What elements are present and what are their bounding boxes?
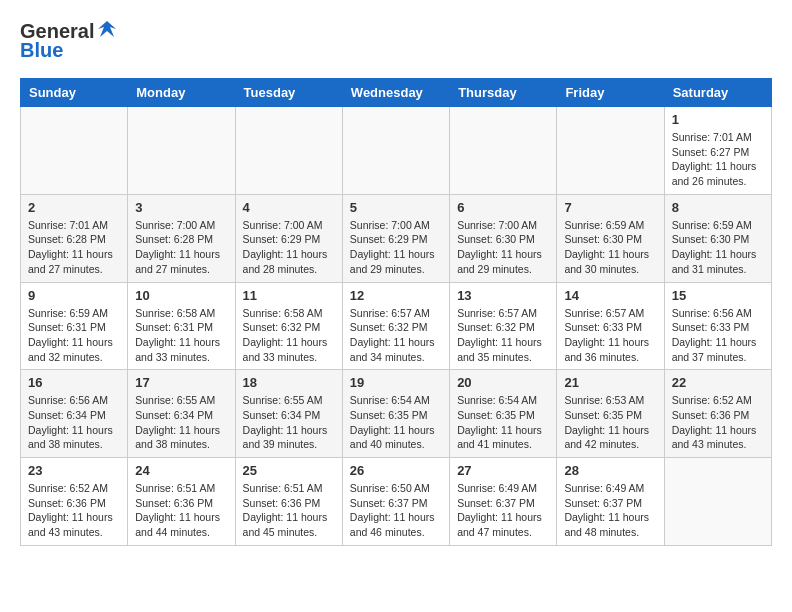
calendar-header-row: SundayMondayTuesdayWednesdayThursdayFrid… <box>21 79 772 107</box>
calendar-day-cell: 5Sunrise: 7:00 AM Sunset: 6:29 PM Daylig… <box>342 194 449 282</box>
calendar-day-cell: 12Sunrise: 6:57 AM Sunset: 6:32 PM Dayli… <box>342 282 449 370</box>
day-info: Sunrise: 7:01 AM Sunset: 6:28 PM Dayligh… <box>28 218 120 277</box>
day-info: Sunrise: 6:57 AM Sunset: 6:33 PM Dayligh… <box>564 306 656 365</box>
day-number: 11 <box>243 288 335 303</box>
day-number: 27 <box>457 463 549 478</box>
day-number: 28 <box>564 463 656 478</box>
calendar-day-cell: 28Sunrise: 6:49 AM Sunset: 6:37 PM Dayli… <box>557 458 664 546</box>
logo-blue-text: Blue <box>20 39 63 62</box>
calendar-day-cell: 13Sunrise: 6:57 AM Sunset: 6:32 PM Dayli… <box>450 282 557 370</box>
day-number: 5 <box>350 200 442 215</box>
day-number: 14 <box>564 288 656 303</box>
calendar-day-cell: 24Sunrise: 6:51 AM Sunset: 6:36 PM Dayli… <box>128 458 235 546</box>
col-header-wednesday: Wednesday <box>342 79 449 107</box>
calendar-day-cell: 3Sunrise: 7:00 AM Sunset: 6:28 PM Daylig… <box>128 194 235 282</box>
calendar-day-cell: 22Sunrise: 6:52 AM Sunset: 6:36 PM Dayli… <box>664 370 771 458</box>
day-number: 6 <box>457 200 549 215</box>
svg-marker-0 <box>98 21 116 37</box>
calendar-day-cell <box>664 458 771 546</box>
page-header: General Blue <box>20 20 772 62</box>
calendar-day-cell: 15Sunrise: 6:56 AM Sunset: 6:33 PM Dayli… <box>664 282 771 370</box>
col-header-friday: Friday <box>557 79 664 107</box>
calendar-week-row: 2Sunrise: 7:01 AM Sunset: 6:28 PM Daylig… <box>21 194 772 282</box>
day-number: 23 <box>28 463 120 478</box>
day-info: Sunrise: 7:01 AM Sunset: 6:27 PM Dayligh… <box>672 130 764 189</box>
calendar-day-cell: 23Sunrise: 6:52 AM Sunset: 6:36 PM Dayli… <box>21 458 128 546</box>
col-header-sunday: Sunday <box>21 79 128 107</box>
calendar-day-cell: 26Sunrise: 6:50 AM Sunset: 6:37 PM Dayli… <box>342 458 449 546</box>
day-info: Sunrise: 6:55 AM Sunset: 6:34 PM Dayligh… <box>243 393 335 452</box>
calendar-day-cell: 14Sunrise: 6:57 AM Sunset: 6:33 PM Dayli… <box>557 282 664 370</box>
day-info: Sunrise: 6:58 AM Sunset: 6:32 PM Dayligh… <box>243 306 335 365</box>
day-info: Sunrise: 6:53 AM Sunset: 6:35 PM Dayligh… <box>564 393 656 452</box>
calendar-day-cell: 9Sunrise: 6:59 AM Sunset: 6:31 PM Daylig… <box>21 282 128 370</box>
day-info: Sunrise: 6:59 AM Sunset: 6:30 PM Dayligh… <box>672 218 764 277</box>
calendar-table: SundayMondayTuesdayWednesdayThursdayFrid… <box>20 78 772 546</box>
calendar-day-cell: 20Sunrise: 6:54 AM Sunset: 6:35 PM Dayli… <box>450 370 557 458</box>
calendar-day-cell: 21Sunrise: 6:53 AM Sunset: 6:35 PM Dayli… <box>557 370 664 458</box>
day-number: 21 <box>564 375 656 390</box>
day-info: Sunrise: 6:52 AM Sunset: 6:36 PM Dayligh… <box>672 393 764 452</box>
day-number: 26 <box>350 463 442 478</box>
day-info: Sunrise: 6:58 AM Sunset: 6:31 PM Dayligh… <box>135 306 227 365</box>
col-header-thursday: Thursday <box>450 79 557 107</box>
day-number: 15 <box>672 288 764 303</box>
calendar-day-cell <box>128 107 235 195</box>
day-info: Sunrise: 6:49 AM Sunset: 6:37 PM Dayligh… <box>457 481 549 540</box>
calendar-week-row: 1Sunrise: 7:01 AM Sunset: 6:27 PM Daylig… <box>21 107 772 195</box>
calendar-day-cell: 8Sunrise: 6:59 AM Sunset: 6:30 PM Daylig… <box>664 194 771 282</box>
col-header-saturday: Saturday <box>664 79 771 107</box>
day-number: 7 <box>564 200 656 215</box>
day-number: 3 <box>135 200 227 215</box>
calendar-day-cell: 1Sunrise: 7:01 AM Sunset: 6:27 PM Daylig… <box>664 107 771 195</box>
day-number: 2 <box>28 200 120 215</box>
day-number: 24 <box>135 463 227 478</box>
day-info: Sunrise: 6:57 AM Sunset: 6:32 PM Dayligh… <box>350 306 442 365</box>
day-number: 22 <box>672 375 764 390</box>
calendar-week-row: 9Sunrise: 6:59 AM Sunset: 6:31 PM Daylig… <box>21 282 772 370</box>
calendar-day-cell: 19Sunrise: 6:54 AM Sunset: 6:35 PM Dayli… <box>342 370 449 458</box>
day-info: Sunrise: 6:51 AM Sunset: 6:36 PM Dayligh… <box>243 481 335 540</box>
day-info: Sunrise: 6:54 AM Sunset: 6:35 PM Dayligh… <box>350 393 442 452</box>
calendar-day-cell: 10Sunrise: 6:58 AM Sunset: 6:31 PM Dayli… <box>128 282 235 370</box>
calendar-day-cell: 4Sunrise: 7:00 AM Sunset: 6:29 PM Daylig… <box>235 194 342 282</box>
day-number: 16 <box>28 375 120 390</box>
calendar-day-cell: 2Sunrise: 7:01 AM Sunset: 6:28 PM Daylig… <box>21 194 128 282</box>
day-info: Sunrise: 6:59 AM Sunset: 6:30 PM Dayligh… <box>564 218 656 277</box>
day-info: Sunrise: 6:50 AM Sunset: 6:37 PM Dayligh… <box>350 481 442 540</box>
day-info: Sunrise: 7:00 AM Sunset: 6:29 PM Dayligh… <box>350 218 442 277</box>
day-number: 10 <box>135 288 227 303</box>
calendar-week-row: 23Sunrise: 6:52 AM Sunset: 6:36 PM Dayli… <box>21 458 772 546</box>
calendar-week-row: 16Sunrise: 6:56 AM Sunset: 6:34 PM Dayli… <box>21 370 772 458</box>
day-number: 17 <box>135 375 227 390</box>
day-info: Sunrise: 6:56 AM Sunset: 6:34 PM Dayligh… <box>28 393 120 452</box>
calendar-day-cell: 17Sunrise: 6:55 AM Sunset: 6:34 PM Dayli… <box>128 370 235 458</box>
day-number: 19 <box>350 375 442 390</box>
calendar-day-cell <box>235 107 342 195</box>
col-header-tuesday: Tuesday <box>235 79 342 107</box>
day-number: 12 <box>350 288 442 303</box>
day-number: 9 <box>28 288 120 303</box>
day-info: Sunrise: 6:55 AM Sunset: 6:34 PM Dayligh… <box>135 393 227 452</box>
day-number: 1 <box>672 112 764 127</box>
col-header-monday: Monday <box>128 79 235 107</box>
day-number: 4 <box>243 200 335 215</box>
day-info: Sunrise: 6:52 AM Sunset: 6:36 PM Dayligh… <box>28 481 120 540</box>
day-number: 13 <box>457 288 549 303</box>
calendar-day-cell <box>21 107 128 195</box>
calendar-day-cell <box>342 107 449 195</box>
day-info: Sunrise: 7:00 AM Sunset: 6:28 PM Dayligh… <box>135 218 227 277</box>
logo-bird-icon <box>96 19 118 41</box>
calendar-day-cell: 27Sunrise: 6:49 AM Sunset: 6:37 PM Dayli… <box>450 458 557 546</box>
day-info: Sunrise: 7:00 AM Sunset: 6:30 PM Dayligh… <box>457 218 549 277</box>
day-number: 20 <box>457 375 549 390</box>
day-info: Sunrise: 6:54 AM Sunset: 6:35 PM Dayligh… <box>457 393 549 452</box>
day-number: 18 <box>243 375 335 390</box>
day-info: Sunrise: 6:57 AM Sunset: 6:32 PM Dayligh… <box>457 306 549 365</box>
day-info: Sunrise: 6:59 AM Sunset: 6:31 PM Dayligh… <box>28 306 120 365</box>
day-number: 25 <box>243 463 335 478</box>
day-info: Sunrise: 7:00 AM Sunset: 6:29 PM Dayligh… <box>243 218 335 277</box>
calendar-day-cell: 25Sunrise: 6:51 AM Sunset: 6:36 PM Dayli… <box>235 458 342 546</box>
day-info: Sunrise: 6:49 AM Sunset: 6:37 PM Dayligh… <box>564 481 656 540</box>
logo: General Blue <box>20 20 118 62</box>
